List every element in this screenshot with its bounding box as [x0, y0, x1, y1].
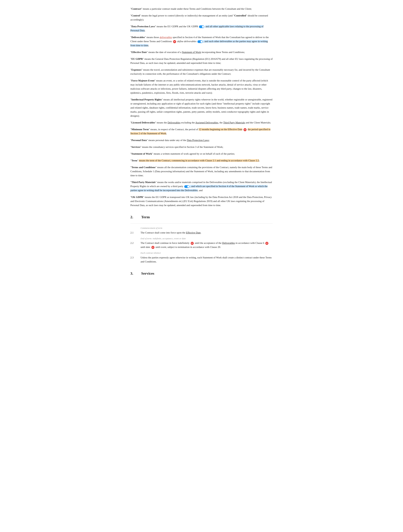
term-personal-data: Personal Data: [131, 139, 147, 142]
or-badge-2-2-3: or: [151, 246, 154, 249]
underline-third-party-materials-ld: Third Party Materials: [223, 121, 245, 124]
sub-label-2-1: Commencement of term: [130, 226, 273, 230]
definition-effective-date: "Effective Date" means the date of execu…: [130, 50, 273, 54]
clause-2-1: 2.1 The Contract shall come into force u…: [130, 231, 273, 235]
toggle-third-party[interactable]: [184, 185, 190, 188]
term-third-party-materials: Third Party Materials: [131, 181, 155, 184]
term-data-protection-laws: Data Protection Laws: [131, 25, 155, 28]
definition-expenses: "Expenses" means the travel, accommodati…: [130, 68, 273, 76]
section-2-number: 2.: [130, 214, 137, 220]
or-badge-2-2-2: or: [265, 242, 268, 245]
definition-terms-and-conditions: "Terms and Conditions" means all the doc…: [130, 165, 273, 177]
term-control: Control: [131, 14, 140, 17]
italic-event-2-2: event: [161, 246, 166, 248]
definition-third-party-materials: "Third Party Materials" means the works …: [130, 180, 273, 192]
definition-uk-gdpr: "UK GDPR" means the EU GDPR as transpose…: [130, 195, 273, 207]
toggle-data-protection-laws[interactable]: [199, 25, 204, 28]
definition-licensed-deliverables: "Licensed Deliverables" means the Delive…: [130, 120, 273, 125]
term-ipr: Intellectual Property Rights: [131, 98, 162, 101]
or-badge-2-2-1: or: [191, 242, 194, 245]
underline-effective-date-2-1: Effective Date: [186, 231, 201, 234]
definition-force-majeure: "Force Majeure Event" means an event, or…: [130, 79, 273, 95]
term-terms-and-conditions: Terms and Conditions: [131, 166, 155, 169]
deliverables-italic: deliverables: [160, 36, 172, 39]
definition-statement-of-work: "Statement of Work" means a written stat…: [130, 152, 273, 156]
italic-date-2-2: date: [146, 246, 150, 248]
clause-number-2-3: 2.3: [130, 255, 140, 260]
term-eu-gdpr: EU GDPR: [131, 57, 143, 60]
term-contract: Contract: [131, 7, 141, 10]
section-3-heading: 3. Services: [130, 270, 273, 276]
clause-2-3: 2.3 Unless the parties expressly agree o…: [130, 255, 273, 264]
or-badge-minimum-term: or: [244, 128, 246, 131]
definition-control: "Control" means the legal power to contr…: [130, 13, 273, 22]
underline-data-protection-laws-pd: Data Protection Laws: [187, 139, 209, 142]
clause-text-2-2: The Contract shall continue in force ind…: [140, 241, 273, 249]
section-3-title: Services: [141, 270, 154, 276]
clause-2-2: 2.2 The Contract shall continue in force…: [130, 241, 273, 249]
sub-label-2-3: Each contract distinct: [130, 251, 273, 255]
definition-deliverables: "Deliverables" means those deliverables …: [130, 35, 273, 47]
underline-deliverables-ld: Deliverables: [168, 121, 181, 124]
underline-deliverables-2-2: Deliverables: [222, 242, 235, 244]
definition-term: "Term" means the term of the Contract, c…: [130, 158, 273, 163]
underline-assigned-deliverables: Assigned Deliverables: [195, 121, 218, 124]
term-expenses: Expenses: [131, 68, 141, 71]
section-2-title: Term: [141, 214, 150, 220]
definition-eu-gdpr: "EU GDPR" means the General Data Protect…: [130, 57, 273, 65]
term-minimum-term: Minimum Term: [131, 128, 149, 131]
definition-personal-data: "Personal Data" means personal data unde…: [130, 138, 273, 142]
define-deliverables-italic: define deliverables: [177, 40, 196, 43]
definition-contract: "Contract" means a particular contract m…: [130, 7, 273, 11]
definition-data-protection-laws: "Data Protection Laws" means the EU GDPR…: [130, 24, 273, 32]
term-licensed-deliverables: Licensed Deliverables: [131, 121, 155, 124]
term-controlled: Controlled: [234, 14, 246, 17]
underline-statement-of-work-ed: Statement of Work: [182, 51, 201, 53]
term-statement-of-work: Statement of Work: [131, 152, 152, 155]
term-term: Term: [131, 159, 137, 162]
highlight-term: means the term of the Contract, commenci…: [139, 159, 259, 162]
section-2-heading: 2. Term: [130, 214, 273, 220]
highlight-minimum-term: 12 months beginning on the Effective Dat…: [199, 128, 242, 131]
clause-number-2-1: 2.1: [130, 231, 140, 235]
clause-text-2-1: The Contract shall come into force upon …: [140, 231, 273, 235]
clause-number-2-2: 2.2: [130, 241, 140, 245]
definition-ipr: "Intellectual Property Rights" means all…: [130, 98, 273, 118]
term-services: Services: [131, 146, 140, 148]
or-badge-deliverables: or: [173, 40, 176, 43]
highlight-third-party-materials: , and which are specified in Section 4 o…: [130, 185, 268, 192]
clause-text-2-3: Unless the parties expressly agree other…: [140, 255, 273, 264]
toggle-deliverables[interactable]: [197, 40, 203, 43]
sub-label-2-2: End of term: indefinite, acceptance, eve…: [130, 237, 273, 241]
term-deliverables: Deliverables: [131, 36, 145, 39]
term-effective-date: Effective Date: [131, 51, 147, 53]
section-3-number: 3.: [130, 270, 137, 276]
definition-services: "Services" means the consultancy service…: [130, 145, 273, 149]
definition-minimum-term: "Minimum Term" means, in respect of the …: [130, 127, 273, 135]
term-force-majeure: Force Majeure Event: [131, 79, 154, 82]
term-uk-gdpr: UK GDPR: [131, 196, 143, 198]
